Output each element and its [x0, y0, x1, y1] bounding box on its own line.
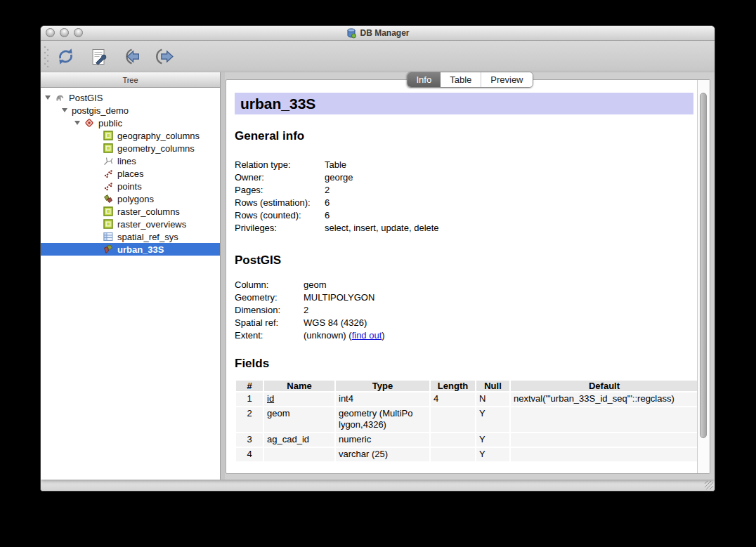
info-label: Pages:: [235, 184, 325, 197]
find-out-link[interactable]: find out: [352, 330, 382, 341]
info-row: Column: geom: [235, 279, 698, 291]
tree-item-geography-columns[interactable]: geography_columns: [41, 129, 220, 142]
expander-icon[interactable]: [45, 95, 51, 100]
tree-item-lines[interactable]: lines: [41, 154, 220, 167]
info-value: MULTIPOLYGON: [304, 291, 374, 304]
tree-item-urban-33s[interactable]: urban_33S: [41, 243, 220, 256]
field-default: nextval('"urban_33S_id_seq"'::regclass): [511, 393, 698, 406]
tree-item-postgis[interactable]: PostGIS: [41, 91, 220, 104]
import-layer-icon: [122, 47, 141, 66]
fields-header-row: # Name Type Length Null Default: [236, 381, 698, 391]
col-header-default: Default: [511, 381, 698, 391]
info-row: Owner: george: [235, 171, 698, 184]
info-value: 6: [325, 197, 330, 209]
extent-unknown-text: (unknown) (: [304, 330, 352, 341]
sql-window-icon: [89, 48, 107, 66]
field-default: [511, 433, 698, 447]
field-length: [431, 448, 475, 461]
col-header-type: Type: [336, 381, 429, 391]
tree-item-label: public: [98, 118, 122, 128]
extent-suffix-text: ): [382, 330, 384, 341]
col-header-name: Name: [264, 381, 334, 391]
info-row: Rows (counted): 6: [235, 209, 698, 222]
fields-heading: Fields: [235, 356, 698, 371]
tree-item-label: raster_overviews: [117, 219, 186, 230]
window-title: DB Manager: [346, 27, 409, 39]
field-name: [264, 448, 334, 461]
table-layer-icon: [103, 143, 113, 153]
info-row: Spatial ref: WGS 84 (4326): [235, 317, 698, 329]
field-name: ag_cad_id: [264, 433, 334, 447]
tree-item-spatial-ref-sys[interactable]: spatial_ref_sys: [41, 230, 220, 243]
info-row: Dimension: 2: [235, 304, 698, 317]
info-value: select, insert, update, delete: [325, 222, 439, 235]
export-to-file-button[interactable]: [152, 45, 176, 69]
tree-item-points[interactable]: points: [41, 180, 220, 192]
window-controls: [46, 28, 83, 37]
expander-icon[interactable]: [62, 108, 67, 112]
tree-item-raster-overviews[interactable]: raster_overviews: [41, 218, 220, 230]
refresh-button[interactable]: [53, 45, 77, 69]
main-area: Tree PostGIS postgis_demo: [41, 72, 715, 480]
field-num: 2: [236, 407, 263, 432]
info-value: (unknown) (find out): [304, 329, 385, 342]
zoom-window-icon[interactable]: [74, 28, 83, 37]
info-value: Table: [325, 159, 346, 171]
expander-icon[interactable]: [74, 121, 80, 125]
tree-item-public[interactable]: public: [41, 117, 220, 129]
close-window-icon[interactable]: [46, 28, 55, 37]
info-value: geom: [304, 279, 327, 291]
tree-item-geometry-columns[interactable]: geometry_columns: [41, 142, 220, 154]
tab-table[interactable]: Table: [441, 72, 481, 87]
point-layer-icon: [103, 181, 113, 191]
col-header-num: #: [236, 381, 263, 391]
info-label: Column:: [235, 279, 304, 291]
tree-item-label: PostGIS: [69, 93, 103, 103]
tree-item-polygons[interactable]: polygons: [41, 192, 220, 205]
info-row: Pages: 2: [235, 184, 698, 197]
postgis-heading: PostGIS: [235, 253, 698, 268]
field-name-link[interactable]: id: [267, 393, 274, 404]
field-row: 2 geom geometry (MultiPolygon,4326) Y: [236, 407, 698, 432]
field-num: 1: [236, 393, 263, 406]
field-type: geometry (MultiPolygon,4326): [336, 407, 429, 432]
tree-item-label: urban_33S: [117, 244, 164, 255]
line-layer-icon: [103, 156, 113, 166]
field-row-partial: 4 varchar (25) Y: [236, 448, 698, 461]
info-label: Extent:: [235, 329, 304, 342]
field-null: N: [476, 393, 509, 406]
refresh-icon: [56, 47, 75, 66]
field-type: numeric: [336, 433, 429, 447]
import-layer-button[interactable]: [119, 45, 143, 69]
table-layer-icon: [103, 219, 113, 229]
tab-preview[interactable]: Preview: [481, 72, 532, 87]
info-frame: urban_33S General info Relation type: Ta…: [226, 79, 710, 474]
info-label: Rows (estimation):: [235, 197, 325, 209]
tree-item-postgis-demo[interactable]: postgis_demo: [41, 104, 220, 117]
tree-panel-title: Tree: [41, 72, 220, 88]
field-null: Y: [476, 407, 509, 432]
tree-item-places[interactable]: places: [41, 167, 220, 180]
info-value: 2: [304, 304, 308, 317]
tree-panel: Tree PostGIS postgis_demo: [41, 72, 221, 480]
info-row: Relation type: Table: [235, 159, 698, 171]
detail-tabs: Info Table Preview: [406, 72, 533, 88]
info-label: Relation type:: [235, 159, 325, 171]
scrollbar-thumb[interactable]: [700, 93, 707, 438]
sql-window-button[interactable]: [86, 45, 110, 69]
resize-grip-icon[interactable]: [705, 481, 713, 489]
field-default: [511, 448, 698, 461]
toolbar-drag-handle-icon[interactable]: [44, 45, 49, 69]
field-row: 3 ag_cad_id numeric Y: [236, 433, 698, 447]
tab-info[interactable]: Info: [407, 72, 441, 87]
vertical-scrollbar[interactable]: [697, 80, 710, 473]
info-label: Dimension:: [235, 304, 304, 317]
page-title: urban_33S: [235, 93, 693, 114]
tree-item-raster-columns[interactable]: raster_columns: [41, 205, 220, 218]
info-value: george: [325, 171, 353, 184]
info-label: Geometry:: [235, 291, 304, 304]
export-to-file-icon: [155, 47, 174, 66]
minimize-window-icon[interactable]: [60, 28, 69, 37]
postgis-info-list: Column: geom Geometry: MULTIPOLYGON Dime…: [235, 279, 698, 342]
window-title-text: DB Manager: [360, 28, 409, 38]
